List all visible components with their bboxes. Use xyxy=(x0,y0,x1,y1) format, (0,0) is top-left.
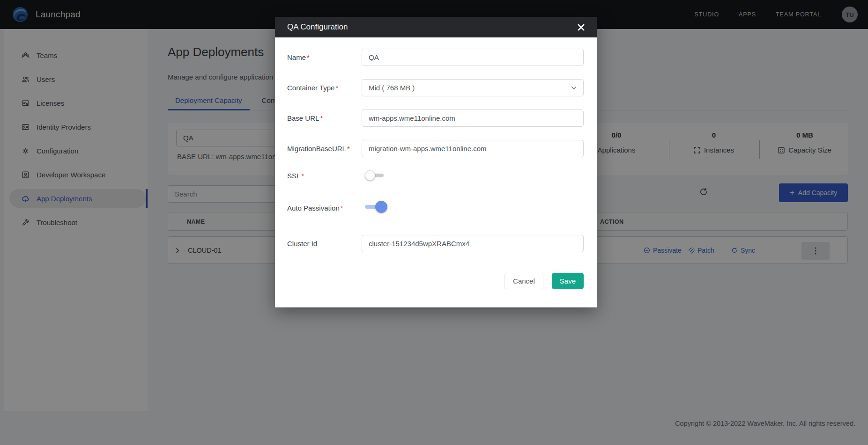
save-button[interactable]: Save xyxy=(552,273,584,289)
field-label-auto-passivation: Auto Passivation* xyxy=(287,204,343,212)
cancel-button[interactable]: Cancel xyxy=(504,273,543,289)
modal-actions: Cancel Save xyxy=(504,273,584,289)
toggle-knob xyxy=(365,170,375,181)
auto-passivation-toggle[interactable] xyxy=(365,201,389,212)
required-asterisk: * xyxy=(301,172,304,180)
required-asterisk: * xyxy=(335,84,338,92)
required-asterisk: * xyxy=(320,114,323,122)
field-label-cluster-id: Cluster Id xyxy=(287,240,317,248)
container-type-select[interactable]: Mid ( 768 MB ) xyxy=(362,79,584,96)
modal-header: QA Configuration xyxy=(275,17,597,37)
field-label-container-type: Container Type* xyxy=(287,84,338,92)
app-window: Launchpad STUDIO APPS TEAM PORTAL TU Tea… xyxy=(0,0,868,445)
migration-base-url-field[interactable] xyxy=(362,140,584,157)
ssl-toggle[interactable] xyxy=(365,170,389,181)
name-field[interactable] xyxy=(362,49,584,66)
chevron-down-icon xyxy=(571,86,577,90)
field-label-base-url: Base URL* xyxy=(287,114,323,122)
container-type-value: Mid ( 768 MB ) xyxy=(369,84,415,92)
close-icon[interactable] xyxy=(578,24,585,31)
toggle-knob xyxy=(375,201,387,213)
base-url-field[interactable] xyxy=(362,109,584,127)
field-label-ssl: SSL* xyxy=(287,172,304,180)
qa-configuration-modal: QA Configuration Name* Container Type* M… xyxy=(275,17,597,307)
required-asterisk: * xyxy=(341,204,343,212)
required-asterisk: * xyxy=(347,145,350,153)
cluster-id-field[interactable] xyxy=(362,235,584,252)
modal-title: QA Configuration xyxy=(287,22,348,32)
field-label-migration-base-url: MigrationBaseURL* xyxy=(287,145,350,153)
field-label-name: Name* xyxy=(287,53,310,61)
required-asterisk: * xyxy=(307,53,310,61)
